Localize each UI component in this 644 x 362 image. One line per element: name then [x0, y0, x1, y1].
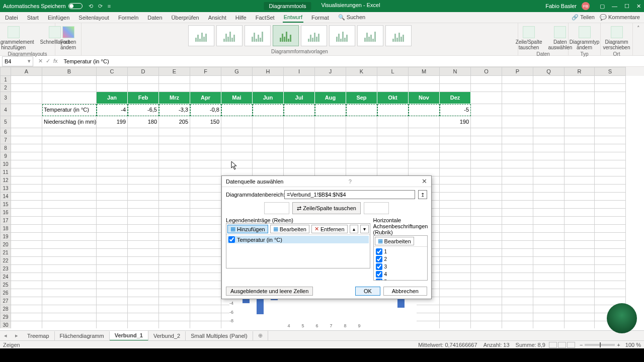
cell[interactable] [502, 297, 533, 305]
cell[interactable] [128, 217, 159, 225]
cell[interactable] [533, 168, 565, 176]
cell[interactable] [502, 241, 533, 249]
hidden-cells-button[interactable]: Ausgeblendete und leere Zellen [226, 287, 313, 296]
cell[interactable] [221, 76, 253, 84]
cell[interactable] [190, 176, 221, 185]
cell[interactable] [159, 152, 190, 160]
row-header[interactable]: 3 [0, 92, 11, 104]
cell[interactable] [190, 160, 221, 168]
cell[interactable] [502, 104, 533, 116]
cell[interactable] [221, 104, 253, 116]
cell[interactable] [377, 136, 409, 144]
cell[interactable] [97, 201, 128, 209]
cell[interactable] [471, 104, 502, 116]
cell[interactable] [409, 116, 440, 128]
row-header[interactable]: 26 [0, 289, 11, 297]
cell[interactable] [502, 209, 533, 217]
cell[interactable] [11, 225, 42, 233]
cell[interactable] [42, 209, 97, 217]
cell[interactable] [97, 152, 128, 160]
cancel-button[interactable]: Abbrechen [383, 287, 427, 296]
cell[interactable]: Jan [97, 92, 128, 104]
cell[interactable] [128, 168, 159, 176]
cell[interactable] [97, 84, 128, 92]
cell[interactable] [533, 201, 565, 209]
cell[interactable] [595, 136, 626, 144]
cell[interactable] [440, 160, 471, 168]
row-header[interactable]: 29 [0, 313, 11, 321]
cell[interactable] [42, 76, 97, 84]
cell[interactable] [440, 249, 471, 257]
cell[interactable] [471, 76, 502, 84]
cell[interactable] [128, 209, 159, 217]
column-header[interactable]: O [471, 67, 502, 76]
cell[interactable] [190, 297, 221, 305]
cell[interactable] [97, 160, 128, 168]
cell[interactable] [440, 185, 471, 193]
add-series-button[interactable]: ▦Hinzufügen [227, 225, 268, 233]
sheet-nav-next-icon[interactable]: ▸ [11, 332, 22, 339]
page-break-view-icon[interactable] [567, 342, 575, 348]
cell[interactable] [595, 217, 626, 225]
cell[interactable] [253, 104, 284, 116]
cell[interactable] [440, 128, 471, 136]
cell[interactable] [377, 160, 409, 168]
dialog-help-icon[interactable]: ? [349, 178, 352, 185]
column-header[interactable]: N [440, 67, 471, 76]
row-header[interactable]: 28 [0, 305, 11, 313]
tab-factset[interactable]: FactSet [255, 13, 276, 22]
cell[interactable] [128, 160, 159, 168]
cell[interactable] [159, 305, 190, 313]
cell[interactable] [190, 313, 221, 321]
series-item[interactable]: Temperatur (in °C) [227, 236, 369, 243]
row-header[interactable]: 12 [0, 176, 11, 185]
cell[interactable] [221, 152, 253, 160]
move-down-icon[interactable]: ▾ [360, 225, 369, 233]
window-restore-icon[interactable]: ▢ [600, 3, 605, 10]
cell[interactable]: Apr [190, 92, 221, 104]
cell[interactable] [502, 265, 533, 273]
column-header[interactable]: G [221, 67, 253, 76]
cell[interactable] [533, 185, 565, 193]
cell[interactable] [315, 104, 346, 116]
cell[interactable]: Feb [128, 92, 159, 104]
cell[interactable] [97, 297, 128, 305]
quick-access[interactable]: ⟲⟳≡ [89, 3, 111, 10]
cell[interactable] [159, 168, 190, 176]
tab-hilfe[interactable]: Hilfe [234, 13, 248, 22]
row-header[interactable]: 23 [0, 265, 11, 273]
cell[interactable] [533, 76, 565, 84]
cell[interactable] [97, 313, 128, 321]
cell[interactable] [346, 116, 377, 128]
cell[interactable] [190, 193, 221, 201]
cell[interactable] [97, 225, 128, 233]
cell[interactable] [440, 241, 471, 249]
cell[interactable] [595, 144, 626, 152]
cell[interactable] [253, 84, 284, 92]
cell[interactable] [440, 289, 471, 297]
row-header[interactable]: 4 [0, 104, 11, 116]
cell[interactable] [315, 84, 346, 92]
cell[interactable] [565, 168, 595, 176]
cell[interactable] [128, 128, 159, 136]
cell[interactable] [315, 144, 346, 152]
cell[interactable] [159, 225, 190, 233]
cell[interactable] [128, 84, 159, 92]
cell[interactable] [128, 201, 159, 209]
cell[interactable] [533, 225, 565, 233]
cell[interactable] [346, 128, 377, 136]
formula-input[interactable]: Temperatur (in °C) [61, 58, 644, 64]
cell[interactable] [471, 193, 502, 201]
cell[interactable] [42, 160, 97, 168]
add-chart-element-button[interactable]: Diagrammelement hinzufügen [0, 25, 40, 51]
cell[interactable] [440, 233, 471, 241]
cell[interactable] [595, 201, 626, 209]
cell[interactable] [440, 76, 471, 84]
cell[interactable] [159, 249, 190, 257]
cell[interactable]: Mai [221, 92, 253, 104]
cell[interactable] [595, 76, 626, 84]
cell[interactable] [190, 281, 221, 289]
cell[interactable] [190, 225, 221, 233]
row-header[interactable]: 21 [0, 249, 11, 257]
cell[interactable] [502, 160, 533, 168]
